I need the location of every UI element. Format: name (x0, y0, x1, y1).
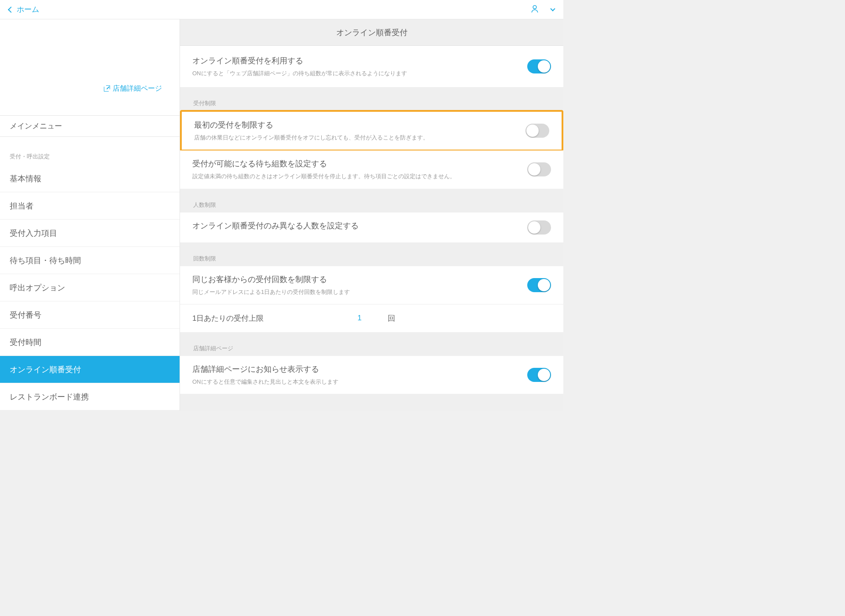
row-desc: 店舗の休業日などにオンライン順番受付をオフにし忘れても、受付が入ることを防ぎます… (194, 134, 517, 142)
toggle[interactable] (527, 220, 551, 235)
row-title: オンライン順番受付のみ異なる人数を設定する (192, 220, 518, 231)
toggle[interactable] (527, 368, 551, 382)
app-header: ホーム (0, 0, 563, 19)
main-toggle-desc: ONにすると「ウェブ店舗詳細ページ」の待ち組数が常に表示されるようになります (192, 70, 518, 77)
sidebar: 店舗詳細ページ メインメニュー 受付・呼出設定 基本情報担当者受付入力項目待ち項… (0, 19, 180, 411)
setting-row: 同じお客様からの受付回数を制限する同じメールアドレスによる1日あたりの受付回数を… (180, 266, 563, 304)
sidebar-item-7[interactable]: オンライン順番受付 (0, 356, 180, 383)
main-menu-row[interactable]: メインメニュー (0, 116, 180, 137)
toggle[interactable] (527, 278, 551, 292)
main-toggle-row: オンライン順番受付を利用する ONにすると「ウェブ店舗詳細ページ」の待ち組数が常… (180, 46, 563, 87)
group-label: 回数制限 (180, 242, 563, 266)
row-title: 受付が可能になる待ち組数を設定する (192, 158, 518, 169)
sidebar-item-2[interactable]: 受付入力項目 (0, 220, 180, 247)
row-desc: ONにすると任意で編集された見出しと本文を表示します (192, 378, 518, 386)
row-desc: 同じメールアドレスによる1日あたりの受付回数を制限します (192, 288, 518, 296)
page-title: オンライン順番受付 (180, 19, 563, 46)
external-link-icon (104, 85, 110, 92)
row-title: 同じお客様からの受付回数を制限する (192, 274, 518, 285)
setting-row: 店舗詳細ページにお知らせ表示するONにすると任意で編集された見出しと本文を表示し… (180, 356, 563, 394)
user-icon[interactable] (530, 4, 540, 15)
main-toggle[interactable] (527, 59, 551, 73)
value-number[interactable]: 1 (342, 314, 377, 323)
sidebar-item-6[interactable]: 受付時間 (0, 329, 180, 356)
sidebar-item-1[interactable]: 担当者 (0, 192, 180, 220)
sidebar-item-8[interactable]: レストランボード連携 (0, 383, 180, 411)
group-label: 人数制限 (180, 189, 563, 213)
store-detail-link[interactable]: 店舗詳細ページ (104, 84, 162, 93)
setting-row: 受付が可能になる待ち組数を設定する設定値未満の待ち組数のときはオンライン順番受付… (180, 150, 563, 188)
setting-row: 最初の受付を制限する店舗の休業日などにオンライン順番受付をオフにし忘れても、受付… (182, 112, 562, 150)
back-button[interactable]: ホーム (9, 4, 39, 15)
sidebar-item-5[interactable]: 受付番号 (0, 301, 180, 329)
sidebar-item-3[interactable]: 待ち項目・待ち時間 (0, 247, 180, 274)
main-toggle-title: オンライン順番受付を利用する (192, 55, 518, 66)
row-desc: 設定値未満の待ち組数のときはオンライン順番受付を停止します。待ち項目ごとの設定は… (192, 172, 518, 180)
sidebar-top: 店舗詳細ページ (0, 19, 180, 116)
row-title: 店舗詳細ページにお知らせ表示する (192, 364, 518, 374)
back-label: ホーム (17, 4, 39, 15)
value-label: 1日あたりの受付上限 (192, 313, 342, 323)
value-unit: 回 (388, 313, 395, 323)
value-row[interactable]: 1日あたりの受付上限1回 (180, 304, 563, 332)
store-link-label: 店舗詳細ページ (113, 84, 162, 93)
setting-row: オンライン順番受付のみ異なる人数を設定する (180, 213, 563, 242)
group-label: 受付制限 (180, 87, 563, 111)
sidebar-section-label: 受付・呼出設定 (0, 137, 180, 165)
sidebar-item-4[interactable]: 呼出オプション (0, 274, 180, 301)
row-title: 最初の受付を制限する (194, 120, 517, 130)
chevron-left-icon (8, 6, 14, 12)
content-pane: オンライン順番受付 オンライン順番受付を利用する ONにすると「ウェブ店舗詳細ペ… (180, 19, 563, 411)
sidebar-item-0[interactable]: 基本情報 (0, 165, 180, 192)
group-label: 店舗詳細ページ (180, 332, 563, 356)
svg-point-0 (533, 5, 536, 9)
main-menu-label: メインメニュー (10, 121, 62, 131)
toggle[interactable] (525, 124, 549, 138)
chevron-down-icon[interactable] (550, 6, 555, 11)
highlighted-row: 最初の受付を制限する店舗の休業日などにオンライン順番受付をオフにし忘れても、受付… (180, 110, 563, 151)
toggle[interactable] (527, 162, 551, 176)
